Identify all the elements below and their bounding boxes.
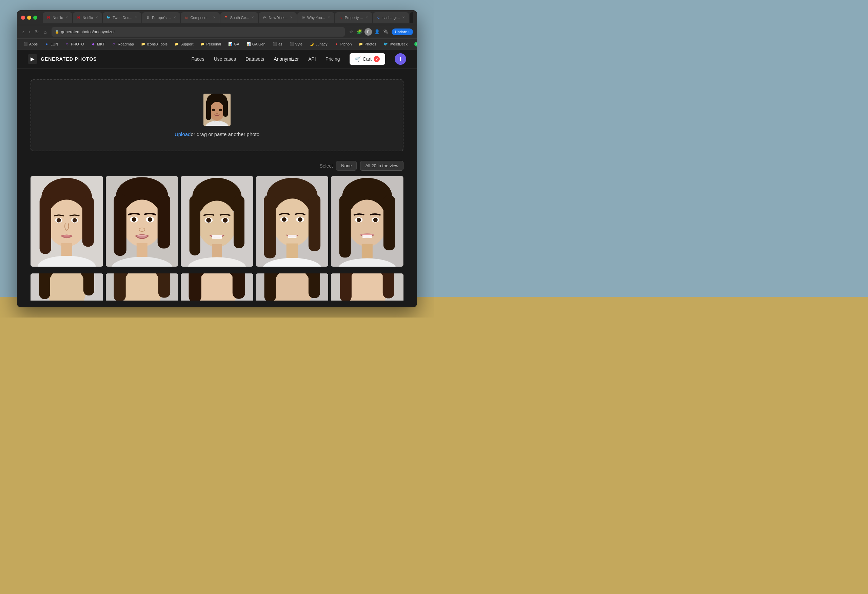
tab-close-9[interactable]: ✕ <box>365 15 369 20</box>
grid-item-9[interactable] <box>256 273 329 301</box>
bookmarks-bar: ⬛ Apps ● LUN ◇ PHOTO ◆ MKT ◇ Roadmap 📁 I… <box>17 39 417 50</box>
ga-favicon: 📊 <box>228 42 233 46</box>
bookmark-pichon[interactable]: ● Pichon <box>332 41 355 47</box>
svg-rect-46 <box>264 195 276 259</box>
bookmark-as[interactable]: ⬛ as <box>270 41 285 47</box>
profile-avatar-addr[interactable]: P <box>365 28 372 35</box>
tweetdeck-bm-favicon: 🐦 <box>383 42 388 46</box>
grid-item-10[interactable] <box>331 273 403 301</box>
bookmark-photos[interactable]: 📁 Photos <box>356 41 379 47</box>
back-button[interactable]: ‹ <box>21 28 25 36</box>
grid-item-6[interactable] <box>31 273 103 301</box>
site-logo[interactable]: ▶ GENERATED PHOTOS <box>28 54 97 64</box>
bookmark-pipedrive[interactable]: P Pipedrive <box>412 41 417 47</box>
grid-item-7[interactable] <box>106 273 179 301</box>
svg-point-39 <box>206 218 211 223</box>
svg-point-63 <box>357 218 361 222</box>
tab-close-3[interactable]: ✕ <box>134 15 138 20</box>
fullscreen-button[interactable] <box>33 16 37 20</box>
cart-button[interactable]: 🛒 Cart 2 <box>350 53 385 65</box>
minimize-button[interactable] <box>27 16 31 20</box>
person-icon[interactable]: 👤 <box>373 28 381 35</box>
svg-point-41 <box>223 218 228 223</box>
tab-netflix-2[interactable]: N Netflix ✕ <box>73 12 102 23</box>
bookmark-personal[interactable]: 📁 Personal <box>197 41 223 47</box>
tab-south-geo[interactable]: 📍 South Ge... ✕ <box>220 12 258 23</box>
roadmap-favicon: ◇ <box>112 42 116 46</box>
tab-why-you[interactable]: 🗺 Why You... ✕ <box>297 12 334 23</box>
bookmark-apps[interactable]: ⬛ Apps <box>20 41 40 47</box>
nav-pricing[interactable]: Pricing <box>326 56 340 62</box>
grid-item-3[interactable] <box>181 176 253 267</box>
tab-netflix-1[interactable]: N Netflix ✕ <box>43 12 72 23</box>
grid-item-2[interactable] <box>106 176 179 267</box>
tab-tweetdeck[interactable]: 🐦 TweetDec... ✕ <box>103 12 142 23</box>
bookmarks-icon[interactable]: ☆ <box>348 28 354 35</box>
bookmark-tweetdeck[interactable]: 🐦 TweetDeck <box>381 41 410 47</box>
bookmark-ga-gen[interactable]: 📊 GA Gen <box>244 41 268 47</box>
bookmark-photo[interactable]: ◇ PHOTO <box>62 41 87 47</box>
forward-button[interactable]: › <box>28 28 32 36</box>
upload-drop-zone[interactable]: Uploador drag or paste another photo <box>31 79 403 151</box>
svg-rect-71 <box>83 273 94 296</box>
tab-compose[interactable]: M Compose ... ✕ <box>181 12 220 23</box>
close-button[interactable] <box>21 16 25 20</box>
grid-item-1[interactable] <box>31 176 103 267</box>
svg-point-74 <box>123 273 161 301</box>
apps-favicon: ⬛ <box>23 42 28 46</box>
nav-faces[interactable]: Faces <box>192 56 204 62</box>
tab-new-york[interactable]: 🗺 New York... ✕ <box>259 12 297 23</box>
tab-close-8[interactable]: ✕ <box>327 15 331 20</box>
bookmark-label: GA <box>234 42 239 46</box>
tab-close-4[interactable]: ✕ <box>173 15 177 20</box>
tab-close-10[interactable]: ✕ <box>402 15 406 20</box>
update-button[interactable]: Update › <box>392 28 413 35</box>
bookmark-roadmap[interactable]: ◇ Roadmap <box>109 41 137 47</box>
tab-europes[interactable]: 𝔼 Europe's ... ✕ <box>142 12 180 23</box>
svg-point-65 <box>373 218 378 222</box>
puzzle-icon[interactable]: 🔌 <box>382 28 390 35</box>
extensions-icon[interactable]: 🧩 <box>356 28 363 35</box>
tab-property[interactable]: A Property ... ✕ <box>335 12 372 23</box>
grid-item-8[interactable] <box>181 273 253 301</box>
tab-sasha[interactable]: G sasha gr... ✕ <box>373 12 409 23</box>
bookmark-icons8[interactable]: 📁 Icons8 Tools <box>138 41 170 47</box>
tab-close[interactable]: ✕ <box>65 15 69 20</box>
tab-close-5[interactable]: ✕ <box>212 15 216 20</box>
tab-close-6[interactable]: ✕ <box>251 15 255 20</box>
nav-use-cases[interactable]: Use cases <box>214 56 236 62</box>
grid-item-4[interactable] <box>256 176 329 267</box>
face-partial-svg-10 <box>331 273 403 301</box>
svg-rect-23 <box>157 194 170 248</box>
select-all-button[interactable]: All 20 in the view <box>360 161 403 171</box>
nav-api[interactable]: API <box>308 56 316 62</box>
home-button[interactable]: ⌂ <box>42 28 48 36</box>
tab-generated-active[interactable]: GP Generate... ✕ <box>410 12 413 23</box>
face-partial-svg-7 <box>106 273 179 301</box>
reload-button[interactable]: ↻ <box>34 28 40 36</box>
bookmark-label: Support <box>180 42 193 46</box>
image-grid-row2 <box>17 273 417 307</box>
bookmark-mkt[interactable]: ◆ MKT <box>88 41 108 47</box>
nav-anonymizer[interactable]: Anonymizer <box>274 56 299 62</box>
bookmark-ga[interactable]: 📊 GA <box>225 41 242 47</box>
tab-close-7[interactable]: ✕ <box>289 15 293 20</box>
bookmark-lun[interactable]: ● LUN <box>42 41 61 47</box>
bookmark-vyte[interactable]: ⬛ Vyte <box>286 41 306 47</box>
grid-item-5[interactable] <box>331 176 403 267</box>
site-nav-links: Faces Use cases Datasets Anonymizer API … <box>192 53 406 65</box>
user-avatar[interactable]: I <box>395 53 406 65</box>
upload-link[interactable]: Upload <box>175 131 191 137</box>
bookmark-support[interactable]: 📁 Support <box>171 41 196 47</box>
bookmark-lunacy[interactable]: 🌙 Lunacy <box>307 41 330 47</box>
svg-point-18 <box>72 218 77 223</box>
select-none-button[interactable]: None <box>336 161 357 171</box>
url-bar[interactable]: 🔒 generated.photos/anonymizer <box>52 27 345 37</box>
svg-rect-81 <box>233 273 245 299</box>
nav-datasets[interactable]: Datasets <box>245 56 264 62</box>
tab-close-2[interactable]: ✕ <box>94 15 99 20</box>
cart-label: Cart <box>363 56 372 62</box>
tab-label: Property ... <box>345 16 363 20</box>
update-label: Update <box>395 30 407 34</box>
svg-point-2 <box>210 102 224 121</box>
